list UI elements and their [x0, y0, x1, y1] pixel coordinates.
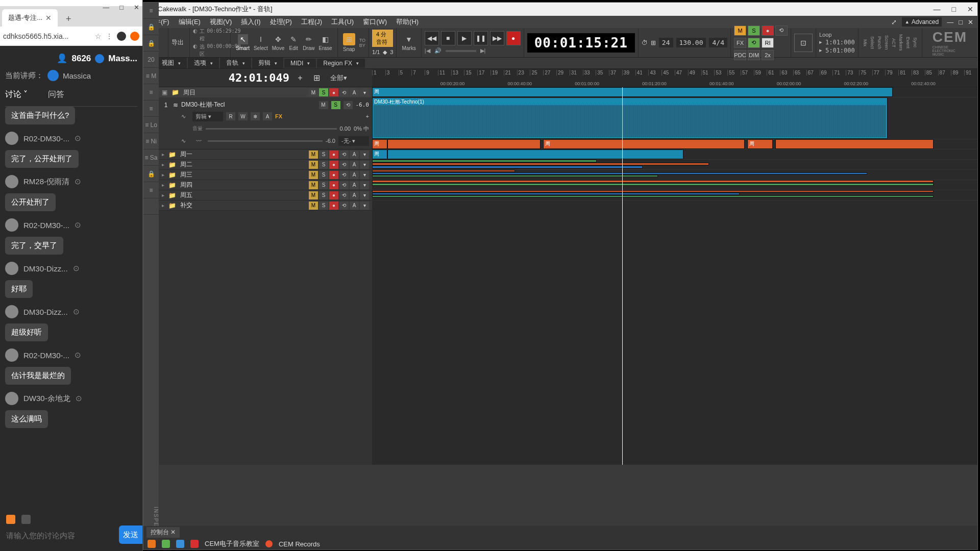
loop-start[interactable]: 1:01:000 [825, 39, 855, 46]
tool-erase[interactable]: ◧Erase [317, 33, 334, 52]
solo-button[interactable]: S [319, 161, 328, 169]
minimize-button[interactable]: — [103, 4, 109, 11]
clip[interactable] [372, 170, 515, 172]
arm-button[interactable]: ● [329, 88, 338, 96]
maximize-button[interactable]: □ [119, 4, 124, 11]
volume-slider[interactable] [446, 50, 476, 52]
beats-display[interactable]: 24 [659, 38, 673, 47]
restore-icon[interactable]: □ [959, 18, 963, 26]
clip[interactable]: 周 [372, 149, 387, 159]
snap-fraction[interactable]: 1/1 [372, 49, 380, 56]
clip-area[interactable]: 周 DM30-杜潮-Techno(1) 周 周 周 [372, 87, 977, 465]
gain-value[interactable]: -6.0 [326, 138, 335, 144]
mute-button[interactable]: M [309, 161, 318, 169]
snap-triplet[interactable]: 3 [390, 49, 393, 56]
expand-icon[interactable]: ▸ [162, 182, 164, 188]
close-button[interactable]: ✕ [967, 5, 973, 13]
module-tab[interactable]: Select [869, 34, 876, 51]
automation-button[interactable]: A [350, 202, 359, 210]
envelope-icon[interactable]: 〰 [192, 136, 205, 146]
arm-button[interactable]: ● [329, 161, 338, 169]
output-select[interactable]: -无- [338, 136, 369, 146]
track-folder[interactable]: ▸📁周二MS●⟲A▾ [159, 160, 372, 170]
solo-button[interactable]: S [319, 171, 328, 179]
chevron-icon[interactable]: ⊙ [76, 394, 82, 403]
automation-button[interactable]: A [350, 191, 359, 199]
pause-button[interactable]: ❚❚ [474, 31, 488, 45]
screenset-button[interactable]: ⊡ [794, 34, 813, 52]
automation-button[interactable]: A [350, 161, 359, 169]
edit-filter[interactable]: 剪辑 [192, 112, 223, 121]
clip[interactable] [372, 172, 867, 174]
inspector-item[interactable]: ≡ [143, 182, 159, 198]
weibo-icon[interactable] [190, 540, 199, 548]
solo-button[interactable]: S [319, 88, 328, 96]
automation-button[interactable]: A [350, 181, 359, 189]
time-format-button[interactable]: ⊞ [311, 72, 322, 84]
timesig-display[interactable]: 4/4 [709, 38, 727, 47]
clip[interactable] [372, 195, 934, 197]
track-gain[interactable]: -6.0 [356, 102, 370, 108]
clip[interactable] [372, 175, 658, 177]
tracks-menu[interactable]: 音轨 [220, 58, 251, 68]
more-icon[interactable]: ▾ [360, 181, 369, 189]
snap-by[interactable]: BY [359, 43, 365, 48]
wechat-icon[interactable] [162, 540, 170, 548]
arm-all-button[interactable]: ● [762, 26, 774, 36]
menu-window[interactable]: 窗口(W) [363, 17, 387, 27]
tool-move[interactable]: ✥Move [270, 33, 286, 52]
view-menu[interactable]: 视图 [156, 58, 187, 68]
inspector-item[interactable] [143, 198, 159, 215]
snap-value[interactable]: 4 分音符 [372, 30, 393, 47]
clip[interactable] [372, 180, 934, 183]
playhead[interactable] [622, 87, 623, 465]
clip[interactable] [372, 163, 709, 165]
track-expanded[interactable]: 1 ≋ DM30-杜潮-Tecl M S ⟲ -6.0 ∿ 剪辑 R [159, 97, 372, 149]
module-tab[interactable]: Sync [912, 35, 919, 49]
inspector-item[interactable]: ≡ [143, 3, 159, 19]
expand-icon[interactable]: ⤢ [891, 18, 897, 26]
automation-button[interactable]: A [350, 151, 359, 159]
clip[interactable] [387, 139, 541, 149]
speaker-icon[interactable]: 🔊 [434, 47, 442, 54]
more-icon[interactable]: ▾ [360, 202, 369, 210]
module-tab[interactable]: Event [904, 35, 912, 51]
arm-button[interactable]: ● [329, 202, 338, 210]
chevron-icon[interactable]: ⊙ [73, 307, 80, 316]
module-tab[interactable]: Punch [876, 34, 883, 52]
more-icon[interactable]: ▾ [360, 88, 369, 96]
track-folder[interactable]: ▸📁补交MS●⟲A▾ [159, 201, 372, 211]
fx-bypass-button[interactable]: FX [734, 38, 746, 48]
close-icon[interactable]: ✕ [45, 14, 52, 22]
echo-button[interactable]: ⟲ [339, 171, 349, 179]
read-button[interactable]: R [226, 112, 235, 120]
perf-button[interactable]: ⟲ [748, 38, 760, 48]
metronome-icon[interactable]: ⏱ [642, 39, 648, 46]
extension-icon[interactable] [117, 32, 126, 41]
solo-button[interactable]: S [319, 202, 328, 210]
clip[interactable]: 周 [747, 139, 773, 149]
gte-icon[interactable]: ▶| [480, 47, 486, 54]
echo-button[interactable]: ⟲ [339, 88, 349, 96]
clips-menu[interactable]: 剪辑 [252, 58, 283, 68]
audio-clip[interactable]: DM30-杜潮-Techno(1) [372, 97, 888, 139]
countin-icon[interactable]: ⊞ [651, 39, 656, 46]
close-icon[interactable]: ✕ [968, 18, 973, 26]
arm-button[interactable]: ● [329, 151, 338, 159]
qq-icon[interactable] [176, 540, 184, 548]
volume-value[interactable]: 0.00 [340, 126, 351, 132]
arm-button[interactable]: ● [329, 171, 338, 179]
expand-icon[interactable]: ▸ [162, 162, 164, 167]
maximize-button[interactable]: □ [952, 5, 956, 13]
expand-icon[interactable]: ▸ [162, 203, 164, 208]
automation-button[interactable]: A [263, 112, 272, 120]
mute-button[interactable]: M [309, 171, 318, 179]
solo-all-button[interactable]: S [748, 26, 760, 36]
clip[interactable] [387, 149, 683, 159]
menu-process[interactable]: 处理(P) [270, 17, 292, 27]
inspector-item[interactable]: ≡ [143, 84, 159, 101]
marks-button[interactable]: ▼Marks [400, 33, 418, 52]
track-filter[interactable]: 全部 ▾ [326, 69, 372, 87]
console-tab[interactable]: 控制台 ✕ [146, 527, 180, 538]
inspector-item[interactable]: 20 [143, 52, 159, 68]
